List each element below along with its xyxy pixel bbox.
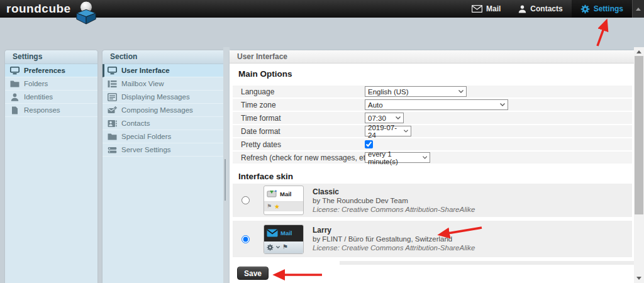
sidebar-item-label: Folders: [24, 80, 48, 87]
main-options-form: Language English (US) Time zone Auto Tim…: [233, 86, 632, 165]
time-format-select[interactable]: 07:30: [365, 113, 404, 123]
person-icon: [10, 93, 19, 101]
save-button[interactable]: Save: [237, 267, 269, 280]
form-row-time-format: Time format 07:30: [233, 112, 632, 124]
chevron-down-icon: [496, 103, 505, 106]
scroll-down-button[interactable]: [634, 274, 644, 283]
sidebar-item-folders[interactable]: Folders: [5, 77, 97, 91]
nav-contacts[interactable]: Contacts: [509, 0, 571, 18]
logo-text: roundcube: [6, 2, 71, 16]
annotation-arrow-settings: [597, 21, 606, 46]
skin-license: License: Creative Commons Attribution-Sh…: [313, 243, 475, 252]
gear-icon: [580, 4, 590, 14]
field-label: Refresh (check for new messages, etc.): [241, 153, 374, 162]
folder-icon: [10, 80, 19, 88]
gear-icon: [267, 244, 274, 251]
date-format-select[interactable]: 2019-07-24: [365, 126, 411, 136]
chevron-down-icon: [276, 246, 280, 248]
pretty-dates-checkbox[interactable]: [365, 140, 373, 148]
section-item-contacts[interactable]: Contacts: [103, 117, 225, 130]
skin-radio-larry[interactable]: [242, 235, 250, 243]
monitor-icon: [10, 67, 19, 75]
sidebar-item-label: Responses: [24, 106, 60, 114]
main-options-heading: Main Options: [238, 69, 292, 79]
sidebar-item-label: Identities: [24, 93, 53, 101]
skin-author: by FLINT / Büro für Gestaltung, Switzerl…: [313, 235, 475, 243]
flag-icon: ⚑: [267, 204, 272, 209]
nav-settings[interactable]: Settings: [572, 0, 632, 18]
compose-mail-icon: [108, 106, 117, 114]
sidebar-item-label: Preferences: [24, 67, 65, 74]
flag-icon: ⚑: [282, 244, 288, 250]
nav-mail[interactable]: Mail: [463, 0, 509, 18]
section-item-user-interface[interactable]: User Interface: [103, 64, 225, 77]
caret-up-icon: [636, 8, 641, 11]
nav-settings-label: Settings: [594, 4, 623, 13]
field-label: Date format: [241, 127, 280, 136]
chevron-down-icon: [455, 90, 464, 93]
contacts-icon: [518, 5, 526, 13]
section-item-server-settings[interactable]: Server Settings: [103, 143, 225, 157]
select-value: every 1 minute(s): [368, 150, 419, 165]
topbar-nav: Mail Contacts Settings: [463, 0, 644, 18]
star-icon: ★: [274, 204, 280, 210]
section-item-label: Contacts: [121, 119, 150, 127]
nav-contacts-label: Contacts: [530, 4, 562, 13]
roundcube-logo[interactable]: roundcube: [6, 0, 99, 18]
topbar: roundcube Mail: [0, 0, 644, 18]
section-item-label: Mailbox View: [121, 80, 164, 87]
section-item-displaying-messages[interactable]: Displaying Messages: [103, 91, 225, 104]
section-item-composing-messages[interactable]: Composing Messages: [103, 104, 225, 117]
chevron-down-icon: [392, 116, 401, 119]
select-value: Auto: [368, 101, 383, 109]
skin-radio-classic[interactable]: [242, 196, 250, 204]
select-value: English (US): [368, 88, 409, 96]
mail-icon: [472, 5, 482, 13]
language-select[interactable]: English (US): [365, 86, 467, 97]
sidebar-item-preferences[interactable]: Preferences: [5, 64, 97, 77]
list-columns-icon: [108, 80, 117, 88]
skin-option-larry: Mail ⚑ Larry by FLINT / Büro für Gestalt…: [233, 221, 632, 257]
larry-mail-icon: [267, 229, 278, 237]
timezone-select[interactable]: Auto: [365, 99, 508, 110]
collapse-taskbar-button[interactable]: [632, 0, 644, 18]
sidebar-item-identities[interactable]: Identities: [5, 91, 97, 104]
contact-card-icon: [108, 119, 117, 128]
vertical-scrollbar[interactable]: [634, 47, 644, 283]
select-value: 07:30: [368, 114, 386, 122]
refresh-interval-select[interactable]: every 1 minute(s): [365, 152, 430, 163]
message-lines-icon: [108, 93, 117, 101]
form-row-refresh: Refresh (check for new messages, etc.) e…: [233, 152, 632, 164]
skin-author: by The Roundcube Dev Team: [313, 196, 475, 205]
section-item-label: Displaying Messages: [121, 93, 190, 101]
chevron-down-icon: [400, 130, 408, 133]
splitter-handle[interactable]: [225, 159, 228, 180]
scroll-up-button[interactable]: [634, 47, 644, 57]
roundcube-cube-icon: [74, 1, 99, 25]
section-item-special-folders[interactable]: Special Folders: [103, 130, 225, 143]
chevron-down-icon: [419, 156, 427, 159]
select-value: 2019-07-24: [368, 124, 400, 139]
server-icon: [108, 146, 117, 154]
monitor-icon: [108, 67, 117, 75]
form-row-timezone: Time zone Auto: [233, 99, 632, 111]
settings-panel: Settings Preferences Folders Identities …: [5, 50, 97, 283]
section-item-mailbox-view[interactable]: Mailbox View: [103, 77, 225, 91]
form-row-pretty-dates: Pretty dates: [233, 138, 632, 150]
section-item-label: Special Folders: [121, 133, 171, 140]
section-panel-title: Section: [103, 50, 225, 64]
field-label: Time format: [241, 114, 281, 123]
section-divider: [340, 261, 634, 265]
scrollbar-thumb[interactable]: [635, 56, 643, 214]
classic-skin-thumbnail: Mail ⚑ ★: [264, 186, 304, 215]
folder-icon: [108, 133, 117, 141]
sidebar-item-responses[interactable]: Responses: [5, 104, 97, 117]
page-title: User Interface: [230, 50, 634, 64]
larry-skin-thumbnail: Mail ⚑: [264, 225, 304, 254]
skin-name: Classic: [313, 187, 475, 196]
settings-panel-title: Settings: [5, 50, 97, 64]
interface-skin-heading: Interface skin: [238, 172, 293, 181]
caret-down-icon: [636, 277, 641, 280]
main-content: User Interface Main Options Language Eng…: [230, 50, 634, 283]
skin-option-classic: Mail ⚑ ★ Classic by The Roundcube Dev Te…: [233, 184, 632, 217]
